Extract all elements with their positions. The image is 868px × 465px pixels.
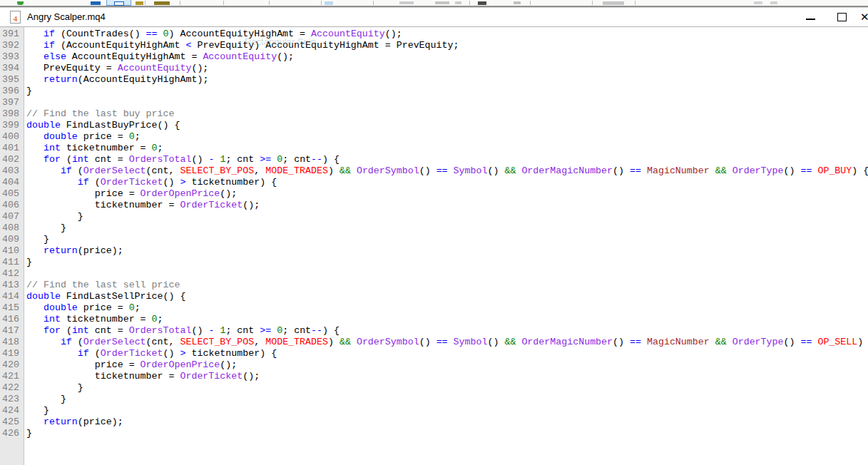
minimize-button[interactable] <box>800 8 820 26</box>
line-number[interactable]: 394 <box>0 63 24 74</box>
line-text: // Find the last buy price <box>24 108 174 120</box>
code-line[interactable]: 403 if (OrderSelect(cnt, SELECT_BY_POS, … <box>0 165 868 177</box>
code-line[interactable]: 411} <box>0 257 868 268</box>
toolbar-icon-fragment[interactable] <box>136 1 143 5</box>
toolbar-fragment-strip <box>0 0 868 6</box>
line-number[interactable]: 396 <box>0 86 24 97</box>
line-text: } <box>24 394 66 405</box>
code-line[interactable]: 391 if (CountTrades() == 0) AccountEquit… <box>0 29 868 40</box>
line-number[interactable]: 426 <box>0 428 24 439</box>
line-number[interactable]: 411 <box>0 257 24 268</box>
close-button[interactable]: ✕ <box>859 8 868 26</box>
code-line[interactable]: 395 return(AccountEquityHighAmt); <box>0 74 868 86</box>
line-number[interactable]: 395 <box>0 74 24 86</box>
code-editor[interactable]: 391 if (CountTrades() == 0) AccountEquit… <box>0 27 868 465</box>
code-line[interactable]: 417 for (int cnt = OrdersTotal() - 1; cn… <box>0 325 868 337</box>
code-line[interactable]: 421 ticketnumber = OrderTicket(); <box>0 371 868 382</box>
line-number[interactable]: 412 <box>0 268 24 280</box>
line-number[interactable]: 398 <box>0 108 24 120</box>
line-number[interactable]: 409 <box>0 234 24 245</box>
code-line[interactable]: 402 for (int cnt = OrdersTotal() - 1; cn… <box>0 154 868 165</box>
code-line[interactable]: 396} <box>0 86 868 97</box>
code-line[interactable]: 407 } <box>0 211 868 223</box>
line-number[interactable]: 399 <box>0 120 24 131</box>
toolbar-icon-fragment[interactable] <box>91 1 101 5</box>
code-line[interactable]: 409 } <box>0 234 868 245</box>
code-line[interactable]: 413// Find the last sell price <box>0 280 868 291</box>
line-text <box>24 268 26 280</box>
code-line[interactable]: 415 double price = 0; <box>0 302 868 314</box>
code-line[interactable]: 393 else AccountEquityHighAmt = AccountE… <box>0 51 868 63</box>
code-line[interactable]: 401 int ticketnumber = 0; <box>0 143 868 154</box>
code-line[interactable]: 419 if (OrderTicket() > ticketnumber) { <box>0 348 868 359</box>
code-line[interactable]: 422 } <box>0 382 868 394</box>
code-line[interactable]: 398// Find the last buy price <box>0 108 868 120</box>
code-line[interactable]: 412 <box>0 268 868 280</box>
line-number[interactable]: 405 <box>0 188 24 200</box>
line-number[interactable]: 418 <box>0 337 24 348</box>
line-number[interactable]: 423 <box>0 394 24 405</box>
line-number[interactable]: 391 <box>0 29 24 40</box>
maximize-button[interactable] <box>832 8 852 26</box>
toolbar-icon-fragment[interactable] <box>399 1 414 4</box>
line-number[interactable]: 400 <box>0 131 24 143</box>
toolbar-separator <box>269 1 270 5</box>
line-number[interactable]: 422 <box>0 382 24 394</box>
line-number[interactable]: 392 <box>0 40 24 51</box>
line-number[interactable]: 420 <box>0 359 24 371</box>
code-line[interactable]: 420 price = OrderOpenPrice(); <box>0 359 868 371</box>
toolbar-separator <box>635 1 635 5</box>
toolbar-icon-fragment[interactable] <box>17 1 24 5</box>
code-line[interactable]: 397 <box>0 97 868 108</box>
code-line[interactable]: 394 PrevEquity = AccountEquity(); <box>0 63 868 74</box>
code-line[interactable]: 410 return(price); <box>0 245 868 257</box>
line-number[interactable]: 393 <box>0 51 24 63</box>
toolbar-icon-fragment[interactable] <box>154 1 170 5</box>
toolbar-separator <box>180 1 180 5</box>
line-number[interactable]: 410 <box>0 245 24 257</box>
toolbar-icon-fragment[interactable] <box>478 1 486 5</box>
code-line[interactable]: 406 ticketnumber = OrderTicket(); <box>0 200 868 211</box>
line-number[interactable]: 406 <box>0 200 24 211</box>
line-number[interactable]: 419 <box>0 348 24 359</box>
line-number[interactable]: 413 <box>0 280 24 291</box>
line-number[interactable]: 407 <box>0 211 24 223</box>
toolbar-icon-fragment[interactable] <box>754 1 762 4</box>
line-number[interactable]: 424 <box>0 405 24 417</box>
line-number[interactable]: 404 <box>0 177 24 188</box>
line-number[interactable]: 403 <box>0 165 24 177</box>
code-line[interactable]: 425 return(price); <box>0 417 868 428</box>
code-line[interactable]: 426} <box>0 428 868 439</box>
code-line[interactable]: 405 price = OrderOpenPrice(); <box>0 188 868 200</box>
code-line[interactable]: 416 int ticketnumber = 0; <box>0 314 868 325</box>
code-line[interactable]: 418 if (OrderSelect(cnt, SELECT_BY_POS, … <box>0 337 868 348</box>
toolbar-icon-fragment[interactable] <box>455 1 461 4</box>
code-line[interactable]: 400 double price = 0; <box>0 131 868 143</box>
close-icon: ✕ <box>860 11 868 24</box>
toolbar-icon-fragment[interactable] <box>514 1 521 4</box>
line-text: } <box>24 405 49 417</box>
line-number[interactable]: 425 <box>0 417 24 428</box>
line-number[interactable]: 397 <box>0 97 24 108</box>
line-number[interactable]: 415 <box>0 302 24 314</box>
toolbar-icon-fragment[interactable] <box>770 1 777 4</box>
code-line[interactable]: 414double FindLastSellPrice() { <box>0 291 868 302</box>
toolbar-icon-fragment[interactable] <box>603 1 624 5</box>
line-number[interactable]: 416 <box>0 314 24 325</box>
toolbar-icon-fragment[interactable] <box>325 1 333 5</box>
line-number[interactable]: 421 <box>0 371 24 382</box>
code-line[interactable]: 392 if (AccountEquityHighAmt < PrevEquit… <box>0 40 868 51</box>
line-number[interactable]: 417 <box>0 325 24 337</box>
code-line[interactable]: 404 if (OrderTicket() > ticketnumber) { <box>0 177 868 188</box>
document-titlebar[interactable]: 4 Angry Scalper.mq4 ✕ <box>0 8 868 27</box>
code-line[interactable]: 424 } <box>0 405 868 417</box>
code-line[interactable]: 408 } <box>0 223 868 234</box>
line-number[interactable]: 414 <box>0 291 24 302</box>
line-number[interactable]: 401 <box>0 143 24 154</box>
code-lines[interactable]: 391 if (CountTrades() == 0) AccountEquit… <box>0 29 868 439</box>
line-number[interactable]: 408 <box>0 223 24 234</box>
line-number[interactable]: 402 <box>0 154 24 165</box>
code-line[interactable]: 399double FindLastBuyPrice() { <box>0 120 868 131</box>
toolbar-icon-fragment[interactable] <box>435 1 449 4</box>
code-line[interactable]: 423 } <box>0 394 868 405</box>
